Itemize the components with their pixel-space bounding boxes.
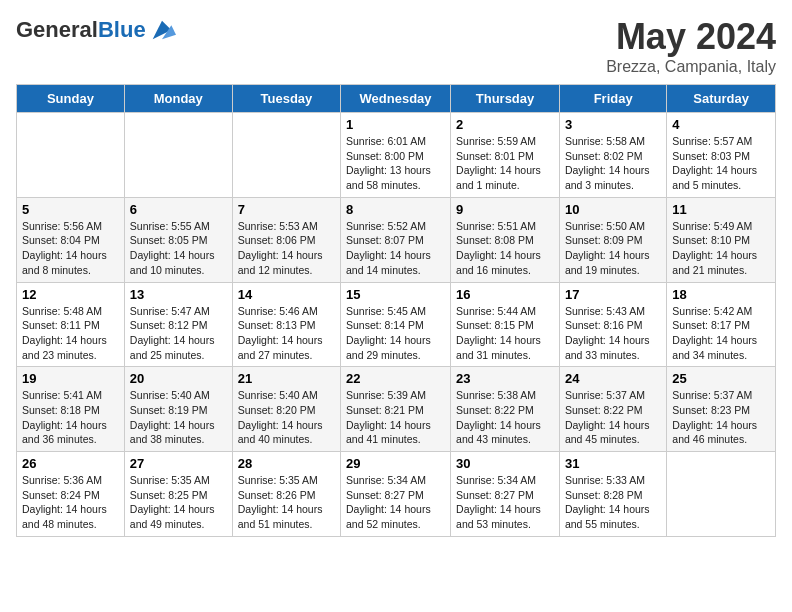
day-number: 14 bbox=[238, 287, 335, 302]
calendar-cell: 10Sunrise: 5:50 AM Sunset: 8:09 PM Dayli… bbox=[559, 197, 666, 282]
day-number: 10 bbox=[565, 202, 661, 217]
day-number: 28 bbox=[238, 456, 335, 471]
day-number: 21 bbox=[238, 371, 335, 386]
logo-text: GeneralBlue bbox=[16, 17, 146, 43]
calendar-cell: 13Sunrise: 5:47 AM Sunset: 8:12 PM Dayli… bbox=[124, 282, 232, 367]
day-info: Sunrise: 5:35 AM Sunset: 8:26 PM Dayligh… bbox=[238, 473, 335, 532]
day-info: Sunrise: 5:34 AM Sunset: 8:27 PM Dayligh… bbox=[456, 473, 554, 532]
calendar-cell: 9Sunrise: 5:51 AM Sunset: 8:08 PM Daylig… bbox=[451, 197, 560, 282]
day-info: Sunrise: 5:40 AM Sunset: 8:19 PM Dayligh… bbox=[130, 388, 227, 447]
day-number: 29 bbox=[346, 456, 445, 471]
calendar-cell bbox=[667, 452, 776, 537]
day-number: 25 bbox=[672, 371, 770, 386]
calendar-cell: 22Sunrise: 5:39 AM Sunset: 8:21 PM Dayli… bbox=[341, 367, 451, 452]
week-row-5: 26Sunrise: 5:36 AM Sunset: 8:24 PM Dayli… bbox=[17, 452, 776, 537]
day-number: 5 bbox=[22, 202, 119, 217]
day-number: 20 bbox=[130, 371, 227, 386]
calendar-cell: 20Sunrise: 5:40 AM Sunset: 8:19 PM Dayli… bbox=[124, 367, 232, 452]
day-number: 1 bbox=[346, 117, 445, 132]
calendar-cell: 5Sunrise: 5:56 AM Sunset: 8:04 PM Daylig… bbox=[17, 197, 125, 282]
header-day-wednesday: Wednesday bbox=[341, 85, 451, 113]
day-info: Sunrise: 5:56 AM Sunset: 8:04 PM Dayligh… bbox=[22, 219, 119, 278]
day-number: 6 bbox=[130, 202, 227, 217]
calendar-cell: 11Sunrise: 5:49 AM Sunset: 8:10 PM Dayli… bbox=[667, 197, 776, 282]
day-number: 16 bbox=[456, 287, 554, 302]
day-number: 3 bbox=[565, 117, 661, 132]
day-info: Sunrise: 5:37 AM Sunset: 8:23 PM Dayligh… bbox=[672, 388, 770, 447]
day-number: 8 bbox=[346, 202, 445, 217]
day-info: Sunrise: 5:52 AM Sunset: 8:07 PM Dayligh… bbox=[346, 219, 445, 278]
day-number: 17 bbox=[565, 287, 661, 302]
subtitle: Brezza, Campania, Italy bbox=[606, 58, 776, 76]
day-number: 2 bbox=[456, 117, 554, 132]
calendar-cell: 19Sunrise: 5:41 AM Sunset: 8:18 PM Dayli… bbox=[17, 367, 125, 452]
day-number: 26 bbox=[22, 456, 119, 471]
calendar-cell: 8Sunrise: 5:52 AM Sunset: 8:07 PM Daylig… bbox=[341, 197, 451, 282]
day-info: Sunrise: 5:51 AM Sunset: 8:08 PM Dayligh… bbox=[456, 219, 554, 278]
calendar-cell: 25Sunrise: 5:37 AM Sunset: 8:23 PM Dayli… bbox=[667, 367, 776, 452]
day-info: Sunrise: 5:40 AM Sunset: 8:20 PM Dayligh… bbox=[238, 388, 335, 447]
day-info: Sunrise: 5:46 AM Sunset: 8:13 PM Dayligh… bbox=[238, 304, 335, 363]
calendar-cell: 7Sunrise: 5:53 AM Sunset: 8:06 PM Daylig… bbox=[232, 197, 340, 282]
header-day-thursday: Thursday bbox=[451, 85, 560, 113]
calendar-cell: 21Sunrise: 5:40 AM Sunset: 8:20 PM Dayli… bbox=[232, 367, 340, 452]
calendar-cell bbox=[124, 113, 232, 198]
day-number: 18 bbox=[672, 287, 770, 302]
calendar-cell: 16Sunrise: 5:44 AM Sunset: 8:15 PM Dayli… bbox=[451, 282, 560, 367]
logo-blue: Blue bbox=[98, 17, 146, 42]
header-day-tuesday: Tuesday bbox=[232, 85, 340, 113]
logo-general: General bbox=[16, 17, 98, 42]
week-row-1: 1Sunrise: 6:01 AM Sunset: 8:00 PM Daylig… bbox=[17, 113, 776, 198]
calendar-cell: 2Sunrise: 5:59 AM Sunset: 8:01 PM Daylig… bbox=[451, 113, 560, 198]
day-info: Sunrise: 5:42 AM Sunset: 8:17 PM Dayligh… bbox=[672, 304, 770, 363]
day-info: Sunrise: 5:36 AM Sunset: 8:24 PM Dayligh… bbox=[22, 473, 119, 532]
day-info: Sunrise: 5:33 AM Sunset: 8:28 PM Dayligh… bbox=[565, 473, 661, 532]
calendar-body: 1Sunrise: 6:01 AM Sunset: 8:00 PM Daylig… bbox=[17, 113, 776, 537]
day-info: Sunrise: 5:58 AM Sunset: 8:02 PM Dayligh… bbox=[565, 134, 661, 193]
calendar-cell: 27Sunrise: 5:35 AM Sunset: 8:25 PM Dayli… bbox=[124, 452, 232, 537]
day-info: Sunrise: 5:50 AM Sunset: 8:09 PM Dayligh… bbox=[565, 219, 661, 278]
day-info: Sunrise: 5:37 AM Sunset: 8:22 PM Dayligh… bbox=[565, 388, 661, 447]
day-number: 31 bbox=[565, 456, 661, 471]
day-number: 27 bbox=[130, 456, 227, 471]
logo-icon bbox=[148, 16, 176, 44]
title-block: May 2024 Brezza, Campania, Italy bbox=[606, 16, 776, 76]
calendar-cell: 29Sunrise: 5:34 AM Sunset: 8:27 PM Dayli… bbox=[341, 452, 451, 537]
day-info: Sunrise: 5:41 AM Sunset: 8:18 PM Dayligh… bbox=[22, 388, 119, 447]
calendar-cell: 3Sunrise: 5:58 AM Sunset: 8:02 PM Daylig… bbox=[559, 113, 666, 198]
calendar-cell: 18Sunrise: 5:42 AM Sunset: 8:17 PM Dayli… bbox=[667, 282, 776, 367]
calendar-cell: 4Sunrise: 5:57 AM Sunset: 8:03 PM Daylig… bbox=[667, 113, 776, 198]
calendar-cell: 26Sunrise: 5:36 AM Sunset: 8:24 PM Dayli… bbox=[17, 452, 125, 537]
day-info: Sunrise: 5:48 AM Sunset: 8:11 PM Dayligh… bbox=[22, 304, 119, 363]
header-day-monday: Monday bbox=[124, 85, 232, 113]
calendar-table: SundayMondayTuesdayWednesdayThursdayFrid… bbox=[16, 84, 776, 537]
day-info: Sunrise: 5:38 AM Sunset: 8:22 PM Dayligh… bbox=[456, 388, 554, 447]
calendar-cell: 23Sunrise: 5:38 AM Sunset: 8:22 PM Dayli… bbox=[451, 367, 560, 452]
calendar-cell: 30Sunrise: 5:34 AM Sunset: 8:27 PM Dayli… bbox=[451, 452, 560, 537]
day-number: 15 bbox=[346, 287, 445, 302]
day-number: 19 bbox=[22, 371, 119, 386]
day-number: 11 bbox=[672, 202, 770, 217]
day-number: 7 bbox=[238, 202, 335, 217]
day-info: Sunrise: 5:57 AM Sunset: 8:03 PM Dayligh… bbox=[672, 134, 770, 193]
day-number: 22 bbox=[346, 371, 445, 386]
logo: GeneralBlue bbox=[16, 16, 176, 44]
day-info: Sunrise: 5:59 AM Sunset: 8:01 PM Dayligh… bbox=[456, 134, 554, 193]
page-header: GeneralBlue May 2024 Brezza, Campania, I… bbox=[16, 16, 776, 76]
day-info: Sunrise: 6:01 AM Sunset: 8:00 PM Dayligh… bbox=[346, 134, 445, 193]
header-day-saturday: Saturday bbox=[667, 85, 776, 113]
calendar-cell: 28Sunrise: 5:35 AM Sunset: 8:26 PM Dayli… bbox=[232, 452, 340, 537]
calendar-cell: 31Sunrise: 5:33 AM Sunset: 8:28 PM Dayli… bbox=[559, 452, 666, 537]
day-info: Sunrise: 5:34 AM Sunset: 8:27 PM Dayligh… bbox=[346, 473, 445, 532]
calendar-cell: 17Sunrise: 5:43 AM Sunset: 8:16 PM Dayli… bbox=[559, 282, 666, 367]
day-info: Sunrise: 5:53 AM Sunset: 8:06 PM Dayligh… bbox=[238, 219, 335, 278]
day-info: Sunrise: 5:35 AM Sunset: 8:25 PM Dayligh… bbox=[130, 473, 227, 532]
calendar-cell: 15Sunrise: 5:45 AM Sunset: 8:14 PM Dayli… bbox=[341, 282, 451, 367]
day-number: 13 bbox=[130, 287, 227, 302]
day-number: 23 bbox=[456, 371, 554, 386]
calendar-header: SundayMondayTuesdayWednesdayThursdayFrid… bbox=[17, 85, 776, 113]
day-number: 24 bbox=[565, 371, 661, 386]
calendar-cell bbox=[17, 113, 125, 198]
calendar-cell: 6Sunrise: 5:55 AM Sunset: 8:05 PM Daylig… bbox=[124, 197, 232, 282]
calendar-cell bbox=[232, 113, 340, 198]
